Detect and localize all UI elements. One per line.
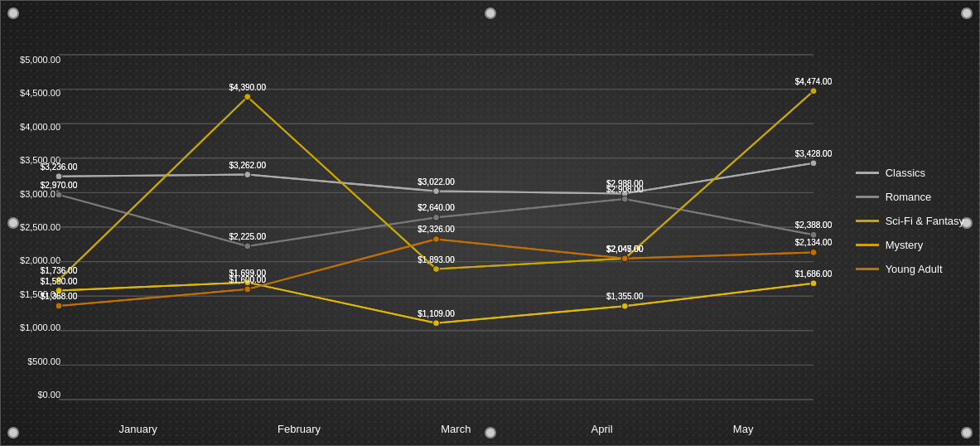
svg-text:$1,358.00: $1,358.00 xyxy=(41,292,78,301)
svg-text:$2,045.00: $2,045.00 xyxy=(606,245,644,254)
svg-point-90 xyxy=(810,231,817,238)
legend-label: Mystery xyxy=(886,239,924,251)
svg-point-108 xyxy=(621,303,628,309)
svg-point-118 xyxy=(621,255,628,262)
legend-line xyxy=(856,172,879,174)
svg-point-94 xyxy=(244,94,251,100)
svg-point-96 xyxy=(433,266,440,273)
svg-point-116 xyxy=(433,235,440,242)
svg-point-120 xyxy=(810,249,817,255)
corner-tl xyxy=(7,7,19,19)
svg-text:$3,428.00: $3,428.00 xyxy=(795,149,833,158)
chart-svg: $3,236.00$3,262.00$3,022.00$2,988.00$3,4… xyxy=(59,55,813,400)
x-label: January xyxy=(119,423,157,435)
legend-line xyxy=(856,244,879,246)
legend-item: Sci-Fi & Fantasy xyxy=(856,215,964,227)
svg-text:$4,474.00: $4,474.00 xyxy=(795,77,833,86)
corner-bl xyxy=(7,427,19,439)
chart-area: $3,236.00$3,262.00$3,022.00$2,988.00$3,4… xyxy=(59,55,813,400)
svg-text:$4,390.00: $4,390.00 xyxy=(229,83,267,92)
svg-point-114 xyxy=(244,286,251,293)
svg-text:$2,640.00: $2,640.00 xyxy=(418,203,455,212)
x-label: March xyxy=(441,423,471,435)
svg-text:$1,109.00: $1,109.00 xyxy=(418,309,455,318)
legend-item: Mystery xyxy=(856,239,964,251)
svg-point-82 xyxy=(56,191,62,198)
svg-text:$2,225.00: $2,225.00 xyxy=(229,232,267,241)
svg-point-110 xyxy=(810,280,817,287)
svg-text:$1,355.00: $1,355.00 xyxy=(606,292,644,301)
legend: ClassicsRomanceSci-Fi & FantasyMysteryYo… xyxy=(856,167,964,287)
svg-point-106 xyxy=(433,320,440,327)
svg-text:$2,970.00: $2,970.00 xyxy=(41,181,78,190)
svg-point-88 xyxy=(621,196,628,202)
svg-point-112 xyxy=(56,303,62,309)
svg-point-74 xyxy=(244,172,251,178)
svg-text:$2,908.00: $2,908.00 xyxy=(606,185,644,194)
legend-line xyxy=(856,220,879,222)
legend-label: Classics xyxy=(886,167,925,179)
svg-text:$2,388.00: $2,388.00 xyxy=(795,221,833,230)
legend-label: Romance xyxy=(886,191,932,203)
svg-text:$3,236.00: $3,236.00 xyxy=(41,162,78,172)
svg-point-100 xyxy=(810,88,817,95)
x-axis: JanuaryFebruaryMarchAprilMay xyxy=(59,423,813,435)
legend-item: Young Adult xyxy=(856,263,964,275)
svg-point-72 xyxy=(56,173,62,180)
legend-item: Romance xyxy=(856,191,964,203)
legend-label: Young Adult xyxy=(886,263,943,275)
svg-text:$1,686.00: $1,686.00 xyxy=(795,269,833,279)
x-label: February xyxy=(278,423,321,435)
legend-line xyxy=(856,196,879,198)
corner-tm xyxy=(485,7,496,19)
svg-text:$1,893.00: $1,893.00 xyxy=(418,255,455,264)
svg-text:$1,600.00: $1,600.00 xyxy=(229,275,267,284)
svg-text:$3,262.00: $3,262.00 xyxy=(229,161,267,170)
svg-text:$1,736.00: $1,736.00 xyxy=(41,266,78,275)
corner-br xyxy=(961,427,973,439)
legend-label: Sci-Fi & Fantasy xyxy=(886,215,964,227)
svg-point-76 xyxy=(433,188,440,195)
corner-tr xyxy=(961,7,973,19)
x-label: May xyxy=(733,423,754,435)
chart-container: $5,000.00$4,500.00$4,000.00$3,500.00$3,0… xyxy=(0,0,980,446)
svg-point-80 xyxy=(810,160,817,167)
svg-point-84 xyxy=(244,243,251,250)
svg-text:$2,326.00: $2,326.00 xyxy=(418,225,455,234)
legend-item: Classics xyxy=(856,167,964,179)
svg-text:$3,022.00: $3,022.00 xyxy=(418,177,455,187)
svg-text:$2,134.00: $2,134.00 xyxy=(795,238,833,247)
svg-point-86 xyxy=(433,214,440,221)
x-label: April xyxy=(591,423,613,435)
legend-line xyxy=(856,268,879,270)
svg-text:$1,580.00: $1,580.00 xyxy=(41,277,78,286)
